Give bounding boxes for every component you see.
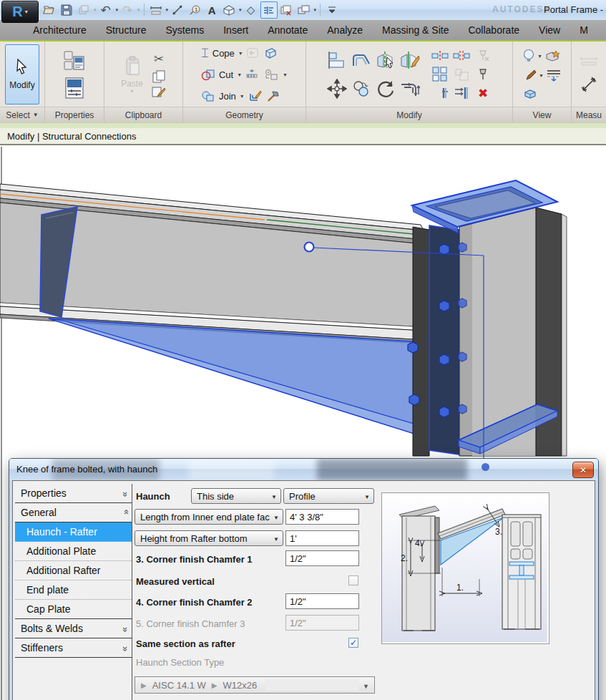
tab-insert[interactable]: Insert (223, 24, 248, 36)
measure-panel-label[interactable]: Measu (572, 107, 606, 122)
modify-panel-label[interactable]: Modify (306, 107, 512, 122)
trim-extend-multiple-icon[interactable] (454, 87, 469, 99)
linework-icon[interactable] (546, 69, 562, 82)
array-icon[interactable] (432, 67, 448, 82)
sidebar-item-haunch-rafter[interactable]: Haunch - Rafter (15, 522, 132, 542)
sidebar-item-additional-plate[interactable]: Additional Plate (15, 542, 132, 561)
tab-manage-cut[interactable]: M (580, 24, 588, 36)
align-ruler-icon[interactable] (245, 69, 260, 81)
match-type-properties-icon[interactable] (152, 87, 166, 98)
properties-palette-icon[interactable] (65, 77, 84, 99)
haunch-side-dropdown[interactable]: This side▼ (191, 488, 281, 504)
pin-icon[interactable] (477, 68, 489, 81)
graphics-brush-icon[interactable] (522, 69, 537, 82)
unpin-icon[interactable] (476, 49, 490, 62)
redo-icon[interactable]: ↷ (119, 2, 135, 18)
sidebar-item-cap-plate[interactable]: Cap Plate (15, 600, 132, 619)
cope-button[interactable]: Cope (212, 48, 235, 59)
scale-icon[interactable] (454, 68, 469, 81)
same-section-checkbox[interactable]: ✓ (348, 638, 358, 648)
open-file-icon[interactable] (41, 2, 57, 18)
end-plate[interactable] (429, 225, 459, 454)
sync-with-central-icon[interactable] (76, 2, 92, 18)
height-value-input[interactable]: 1' (285, 530, 359, 546)
text-icon[interactable]: A (204, 2, 220, 18)
edit-wall-joins-icon[interactable] (248, 89, 263, 102)
aligned-dimension-icon[interactable] (148, 2, 164, 18)
application-menu-button[interactable]: R ▾ (1, 1, 39, 23)
type-properties-icon[interactable] (64, 50, 85, 72)
dimension-caret-icon[interactable]: ▾ (166, 7, 169, 13)
move-icon[interactable] (327, 79, 347, 99)
dialog-close-button[interactable]: ✕ (572, 462, 594, 478)
copy-to-clipboard-icon[interactable] (152, 70, 165, 83)
split-element-icon[interactable] (431, 51, 449, 61)
split-with-gap-icon[interactable] (453, 51, 470, 61)
undo-icon[interactable]: ↶ (98, 2, 114, 18)
close-hidden-windows-icon[interactable] (279, 2, 295, 18)
tab-annotate[interactable]: Annotate (268, 24, 308, 36)
length-reference-dropdown[interactable]: Length from Inner end plate fac▼ (135, 509, 283, 525)
sidebar-item-general[interactable]: General » (15, 503, 132, 522)
tab-structure[interactable]: Structure (106, 24, 147, 36)
view-caret-icon[interactable]: ▾ (239, 7, 242, 13)
beam-joins-icon[interactable] (263, 47, 278, 59)
join-button[interactable]: Join (219, 91, 236, 102)
sidebar-item-stiffeners[interactable]: Stiffeners » (15, 638, 132, 658)
sync-caret-icon[interactable]: ▾ (94, 7, 97, 13)
selection-box-icon[interactable] (522, 88, 538, 99)
sidebar-item-bolts-welds[interactable]: Bolts & Welds » (15, 619, 132, 638)
thin-lines-icon[interactable] (260, 1, 278, 19)
tab-massing-site[interactable]: Massing & Site (382, 24, 449, 36)
switch-caret-icon[interactable]: ▾ (314, 7, 317, 13)
section-icon[interactable]: ◇ (243, 2, 259, 18)
save-icon[interactable] (59, 2, 74, 18)
haunch-shape-dropdown[interactable]: Profile▼ (283, 488, 374, 504)
copy-icon[interactable] (352, 80, 371, 97)
cut-to-clipboard-icon[interactable]: ✂ (154, 52, 164, 67)
clipboard-panel-label[interactable]: Clipboard (104, 107, 182, 122)
unjoin-elements-icon[interactable] (263, 69, 279, 81)
paste-button[interactable]: Paste ▼ (121, 56, 143, 94)
customize-qat-icon[interactable] (324, 2, 340, 18)
default-3d-view-icon[interactable] (221, 2, 237, 18)
haunch-section-type-combo[interactable]: ▶ AISC 14.1 W ▶ W12x26 ▼ (135, 676, 375, 694)
tab-view[interactable]: View (539, 24, 560, 36)
trim-extend-single-icon[interactable] (432, 87, 448, 99)
undo-caret-icon[interactable]: ▾ (116, 7, 119, 13)
modify-tool-button[interactable]: Modify (5, 44, 39, 104)
tab-architecture[interactable]: Architecture (33, 24, 87, 36)
height-reference-dropdown[interactable]: Height from Rafter bottom▼ (135, 530, 283, 546)
mirror-pick-axis-icon[interactable] (375, 50, 396, 70)
measured-vertical-checkbox[interactable] (348, 575, 358, 585)
length-value-input[interactable]: 4' 3 3/8" (285, 509, 359, 525)
sidebar-item-additional-rafter[interactable]: Additional Rafter (15, 561, 132, 580)
new-3d-view-icon[interactable] (544, 49, 560, 62)
lightbulb-icon[interactable] (522, 49, 535, 63)
properties-panel-label[interactable]: Properties (45, 107, 104, 122)
section-family-value[interactable]: AISC 14.1 W (152, 680, 206, 691)
demolish-hammer-icon[interactable] (266, 89, 280, 102)
align-icon[interactable] (328, 52, 346, 69)
measure-between-refs-icon[interactable] (580, 76, 597, 93)
tab-analyze[interactable]: Analyze (327, 24, 363, 36)
tab-collaborate[interactable]: Collaborate (468, 24, 519, 36)
trim-corner-icon[interactable] (400, 79, 420, 99)
dialog-title-bar[interactable]: Knee of frame bolted, with haunch ✕ (9, 459, 598, 480)
apply-coping-icon[interactable] (247, 47, 260, 59)
switch-windows-icon[interactable] (296, 2, 312, 18)
tag-by-category-icon[interactable]: 1 (187, 2, 202, 18)
section-size-value[interactable]: W12x26 (223, 680, 258, 691)
redo-caret-icon[interactable]: ▾ (137, 7, 140, 13)
measure-line-icon[interactable] (170, 2, 185, 18)
cut-button[interactable]: Cut (219, 69, 233, 80)
delete-icon[interactable]: ✖ (478, 86, 488, 101)
sidebar-item-end-plate[interactable]: End plate (15, 580, 132, 600)
view-panel-label[interactable]: View (513, 107, 571, 122)
sidebar-item-properties[interactable]: Properties » (15, 484, 132, 503)
chamfer2-input[interactable]: 1/2" (285, 593, 359, 609)
geometry-panel-label[interactable]: Geometry (183, 107, 306, 122)
offset-icon[interactable] (351, 52, 371, 68)
measure-ruler-icon[interactable] (580, 56, 598, 66)
rotate-icon[interactable] (376, 79, 396, 99)
